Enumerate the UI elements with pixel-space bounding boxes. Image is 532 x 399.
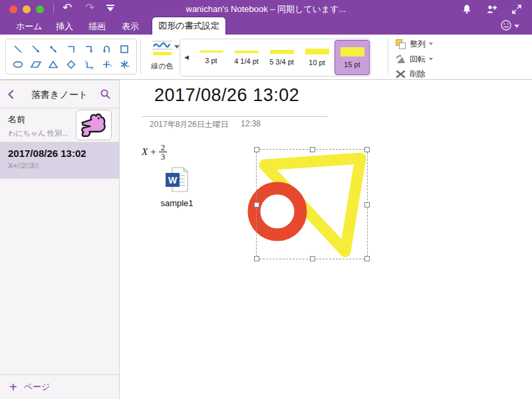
chevron-down-icon xyxy=(514,25,519,28)
tab-insert[interactable]: 挿入 xyxy=(56,21,73,33)
thickness-label: 10 pt xyxy=(309,59,325,66)
svg-text:x: x xyxy=(128,64,130,68)
shape-diamond-button[interactable] xyxy=(63,58,79,71)
fraction-denominator: 3 xyxy=(159,152,168,161)
page-title[interactable]: 2017/08/26 13:02 xyxy=(154,85,299,106)
shape-arrow-button[interactable] xyxy=(28,43,44,56)
tab-shape-format-active[interactable]: 図形の書式設定 xyxy=(152,17,226,35)
shape-u-turn-arrow-icon xyxy=(101,44,112,55)
svg-text:y: y xyxy=(125,59,127,63)
page-list-item-current[interactable]: 2017/08/26 13:02 X+⍰2⍰3⍰ xyxy=(0,142,119,179)
fullscreen-icon[interactable] xyxy=(511,4,522,15)
shape-elbow-connector-button[interactable] xyxy=(63,43,79,56)
equation-fraction: 2 3 xyxy=(159,143,168,161)
resize-handle-n[interactable] xyxy=(310,147,315,152)
line-color-icon xyxy=(150,39,174,57)
svg-text:W: W xyxy=(168,175,178,186)
gallery-prev-button[interactable]: ◀ xyxy=(184,54,189,61)
resize-handle-ne[interactable] xyxy=(364,147,370,152)
delete-button[interactable]: 削除 xyxy=(395,68,426,80)
line-color-button[interactable]: 線の色 xyxy=(144,39,181,74)
shape-xy-axis-button[interactable]: yx xyxy=(81,58,97,71)
add-page-button[interactable]: + ページ xyxy=(0,374,119,399)
equation-variable: X xyxy=(142,146,148,158)
rotate-label: 回転 xyxy=(410,54,426,65)
shape-elbow-connector-icon xyxy=(66,44,76,55)
shape-parallelogram-icon xyxy=(30,59,42,70)
page-list-item-name[interactable]: 名前 わにちゃん 性別... xyxy=(0,108,119,142)
resize-handle-e[interactable] xyxy=(364,202,370,207)
arrange-button[interactable]: 整列 xyxy=(395,38,433,50)
shape-line-button[interactable] xyxy=(10,43,26,56)
tab-draw[interactable]: 描画 xyxy=(88,21,106,33)
thickness-option-15pt-selected[interactable]: 15 pt xyxy=(334,40,370,75)
word-document-icon: W xyxy=(164,166,190,193)
page-item-subtitle: X+⍰2⍰3⍰ xyxy=(8,162,111,170)
shape-rectangle-button[interactable] xyxy=(116,43,132,56)
toolbar-collapse-icon[interactable] xyxy=(106,5,114,11)
minimize-window-button[interactable] xyxy=(23,5,31,13)
page-thumbnail xyxy=(76,110,112,140)
page-list-sidebar: 落書きノート 名前 わにちゃん 性別... 2017/08/26 13:02 X… xyxy=(0,80,120,399)
shape-parallelogram-button[interactable] xyxy=(28,58,44,71)
shape-u-turn-arrow-button[interactable] xyxy=(98,43,114,56)
ribbon: yx yx yx 線の色 ◀ 3 pt xyxy=(0,35,532,80)
shape-triangle-button[interactable] xyxy=(45,58,61,71)
thickness-option-5-3-4pt[interactable]: 5 3/4 pt xyxy=(264,40,299,75)
shape-star-axis-button[interactable]: yx xyxy=(116,58,132,71)
thickness-bar xyxy=(340,47,364,57)
equation-operator: + xyxy=(150,146,156,158)
scribble-drawing-icon xyxy=(78,112,109,138)
chevron-down-icon xyxy=(429,43,433,45)
page-item-title: 2017/08/26 13:02 xyxy=(8,148,111,159)
add-people-icon[interactable] xyxy=(486,4,497,15)
arrange-icon xyxy=(395,39,406,50)
attachment-name: sample1 xyxy=(156,198,198,208)
resize-handle-w[interactable] xyxy=(254,202,259,207)
onenote-window: ↶ ↷ wanichan's Notebook – 同期しています... ホーム… xyxy=(0,0,532,399)
line-color-label: 線の色 xyxy=(144,61,181,71)
resize-handle-s[interactable] xyxy=(310,256,315,261)
shape-double-arrow-icon xyxy=(48,44,59,55)
undo-icon[interactable]: ↶ xyxy=(63,1,72,15)
resize-handle-se[interactable] xyxy=(364,256,370,261)
window-title: wanichan's Notebook – 同期しています... xyxy=(133,3,399,15)
page-time: 12:38 xyxy=(241,119,261,128)
feedback-smiley-button[interactable] xyxy=(500,19,519,31)
tab-view[interactable]: 表示 xyxy=(122,21,139,33)
word-attachment[interactable]: W sample1 xyxy=(156,166,198,208)
shape-line-icon xyxy=(13,44,23,55)
resize-handle-sw[interactable] xyxy=(254,256,259,261)
sidebar-header: 落書きノート xyxy=(0,80,119,108)
thickness-option-3pt[interactable]: 3 pt xyxy=(194,40,229,75)
thickness-bar xyxy=(200,51,223,53)
search-icon[interactable] xyxy=(100,88,111,100)
thickness-option-10pt[interactable]: 10 pt xyxy=(299,40,334,75)
selection-bounding-box[interactable] xyxy=(256,149,368,259)
tab-home[interactable]: ホーム xyxy=(16,21,43,33)
shape-cross-axis-icon: yx xyxy=(101,59,112,70)
thickness-gallery: ◀ 3 pt 4 1/4 pt 5 3/4 pt 10 pt xyxy=(180,39,371,76)
math-equation[interactable]: X + 2 3 xyxy=(142,143,167,161)
bell-icon[interactable] xyxy=(462,4,472,15)
svg-text:y: y xyxy=(84,59,86,63)
zoom-window-button[interactable] xyxy=(36,5,44,13)
redo-icon[interactable]: ↷ xyxy=(85,1,94,15)
delete-icon xyxy=(395,68,406,80)
resize-handle-nw[interactable] xyxy=(254,147,259,152)
rotate-icon xyxy=(395,54,406,65)
shape-ellipse-icon xyxy=(12,59,24,70)
thickness-label: 4 1/4 pt xyxy=(234,57,259,65)
ribbon-divider xyxy=(140,39,141,74)
thickness-option-4-1-4pt[interactable]: 4 1/4 pt xyxy=(229,40,264,75)
rotate-button[interactable]: 回転 xyxy=(395,53,433,65)
shape-elbow-arrow-icon xyxy=(84,44,94,55)
page-canvas[interactable]: 2017/08/26 13:02 2017年8月26日土曜日 12:38 X +… xyxy=(120,80,532,399)
close-window-button[interactable] xyxy=(9,5,17,13)
fraction-numerator: 2 xyxy=(159,143,168,152)
shape-ellipse-button[interactable] xyxy=(10,58,26,71)
shape-cross-axis-button[interactable]: yx xyxy=(98,58,114,71)
shape-elbow-arrow-button[interactable] xyxy=(81,43,97,56)
titlebar: ↶ ↷ wanichan's Notebook – 同期しています... ホーム… xyxy=(0,0,532,35)
shape-double-arrow-button[interactable] xyxy=(45,43,61,56)
